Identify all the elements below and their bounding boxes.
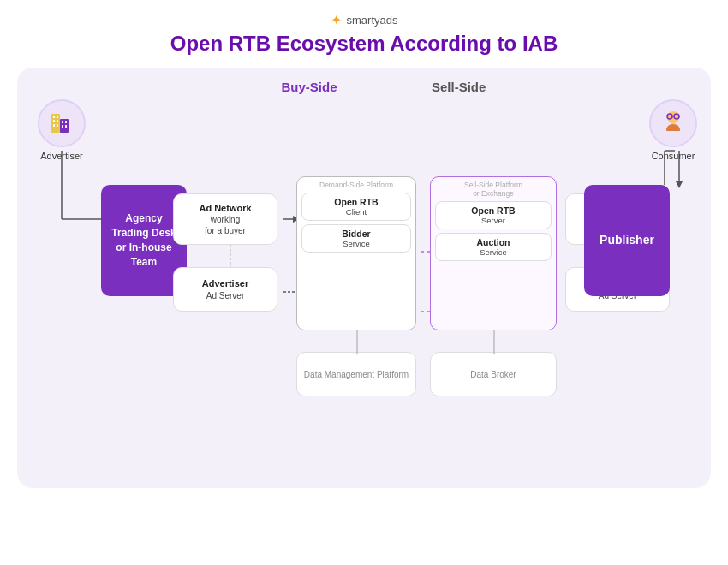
svg-rect-27 <box>51 114 60 133</box>
dsp-dmp-line <box>356 330 358 354</box>
data-broker-box: Data Broker <box>430 352 557 396</box>
logo-icon: ✦ <box>331 12 342 28</box>
diagram: Advertiser Cons <box>31 99 697 476</box>
logo-text: smartyads <box>347 14 398 27</box>
advertiser-label: Advertiser <box>40 151 83 161</box>
bidder-service-box: Bidder Service <box>301 224 411 253</box>
dmp-box: Data Management Platform <box>296 352 416 396</box>
svg-rect-29 <box>57 116 58 118</box>
svg-point-45 <box>671 119 676 124</box>
svg-rect-30 <box>53 120 55 122</box>
svg-rect-36 <box>65 121 67 123</box>
consumer-icon-area: Consumer <box>649 99 697 161</box>
svg-rect-32 <box>53 124 55 127</box>
advertiser-icon-area: Advertiser <box>38 99 86 161</box>
ssp-wrapper: Sell-Side Platform or Exchange Open RTB … <box>430 176 557 330</box>
svg-rect-33 <box>57 124 58 127</box>
advertiser-ad-server-box: Advertiser Ad Server <box>173 267 277 312</box>
svg-rect-38 <box>65 125 67 128</box>
dsp-wrapper: Demand-Side Platform Open RTB Client Bid… <box>296 176 416 330</box>
consumer-icon <box>649 99 697 147</box>
dsp-label: Demand-Side Platform <box>319 181 393 189</box>
svg-rect-34 <box>60 119 69 133</box>
svg-rect-35 <box>62 121 63 123</box>
logo-area: ✦ smartyads <box>331 12 398 28</box>
publisher-box: Publisher <box>584 185 670 296</box>
open-rtb-server-box: Open RTB Server <box>435 201 552 229</box>
auction-service-box: Auction Service <box>435 233 552 261</box>
ssp-label: Sell-Side Platform or Exchange <box>464 181 522 198</box>
svg-rect-37 <box>62 125 63 128</box>
svg-rect-31 <box>57 120 58 122</box>
diagram-container: Buy-Side Sell-Side <box>17 68 711 488</box>
ssp-broker-line <box>493 330 495 354</box>
page-title: Open RTB Ecosystem According to IAB <box>170 32 558 56</box>
buy-ad-network-box: Ad Network working for a buyer <box>173 193 277 245</box>
open-rtb-client-box: Open RTB Client <box>301 193 411 221</box>
sell-side-label: Sell-Side <box>425 80 486 94</box>
svg-marker-26 <box>676 181 683 188</box>
svg-rect-28 <box>53 116 55 118</box>
advertiser-icon <box>38 99 86 147</box>
consumer-label: Consumer <box>652 151 695 161</box>
page: ✦ smartyads Open RTB Ecosystem According… <box>0 0 728 565</box>
buy-side-label: Buy-Side <box>194 80 425 94</box>
